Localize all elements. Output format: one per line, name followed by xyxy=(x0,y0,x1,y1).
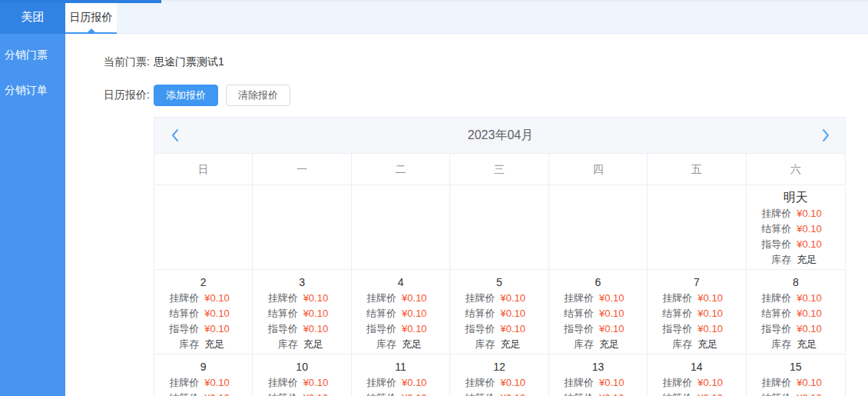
price-line: 结算价¥0.10 xyxy=(747,391,845,396)
calendar-day-cell[interactable]: 4挂牌价¥0.10结算价¥0.10指导价¥0.10库存充足 xyxy=(352,270,450,354)
price-line: 挂牌价¥0.10 xyxy=(253,291,350,306)
price-label: 库存 xyxy=(757,252,791,268)
calendar-day-cell[interactable]: 12挂牌价¥0.10结算价¥0.10指导价¥0.10库存充足 xyxy=(450,354,548,396)
current-ticket-label: 当前门票: xyxy=(104,55,154,69)
calendar-day-cell[interactable]: 14挂牌价¥0.10结算价¥0.10指导价¥0.10库存充足 xyxy=(648,354,746,396)
price-label: 指导价 xyxy=(658,321,692,337)
calendar-day-cell[interactable]: 2挂牌价¥0.10结算价¥0.10指导价¥0.10库存充足 xyxy=(154,270,253,354)
stock-value: 充足 xyxy=(797,252,833,268)
tab-calendar-quote[interactable]: 日历报价 xyxy=(65,2,117,34)
price-value: ¥0.10 xyxy=(303,306,340,321)
price-value: ¥0.10 xyxy=(697,291,734,306)
add-quote-button[interactable]: 添加报价 xyxy=(154,85,218,106)
price-label: 结算价 xyxy=(560,306,594,321)
price-value: ¥0.10 xyxy=(500,306,537,321)
sidebar-item-distribution-tickets[interactable]: 分销门票 xyxy=(0,42,65,69)
weekday-header: 四 xyxy=(549,154,648,185)
price-label: 指导价 xyxy=(461,321,495,337)
calendar-day-cell[interactable]: 6挂牌价¥0.10结算价¥0.10指导价¥0.10库存充足 xyxy=(549,270,648,354)
price-line: 结算价¥0.10 xyxy=(648,306,745,321)
price-line: 指导价¥0.10 xyxy=(747,321,845,337)
price-label: 库存 xyxy=(165,337,199,352)
price-label: 结算价 xyxy=(658,391,692,396)
calendar-day-cell[interactable]: 13挂牌价¥0.10结算价¥0.10指导价¥0.10库存充足 xyxy=(549,354,648,396)
price-label: 结算价 xyxy=(757,391,791,396)
price-value: ¥0.10 xyxy=(204,391,241,396)
prev-month-icon[interactable] xyxy=(167,127,184,144)
price-line: 结算价¥0.10 xyxy=(747,221,845,237)
price-line: 结算价¥0.10 xyxy=(253,391,350,396)
calendar-header: 2023年04月 xyxy=(154,118,845,154)
current-ticket-row: 当前门票: 思途门票测试1 xyxy=(104,55,868,69)
price-label: 挂牌价 xyxy=(264,375,298,391)
price-label: 库存 xyxy=(363,337,396,352)
price-label: 库存 xyxy=(560,337,594,352)
pricing-calendar: 2023年04月 日一二三四五六明天挂牌价¥0.10结算价¥0.10指导价¥0.… xyxy=(154,117,846,396)
sidebar-item-meituan[interactable]: 美团 xyxy=(0,0,65,34)
price-line: 挂牌价¥0.10 xyxy=(352,375,449,391)
calendar-day-cell[interactable]: 7挂牌价¥0.10结算价¥0.10指导价¥0.10库存充足 xyxy=(648,270,746,354)
price-label: 库存 xyxy=(461,337,495,352)
stock-line: 库存充足 xyxy=(747,337,845,352)
price-line: 挂牌价¥0.10 xyxy=(747,375,845,391)
day-number: 10 xyxy=(253,358,350,375)
day-number: 6 xyxy=(549,274,647,291)
active-tab-caret-icon xyxy=(88,28,95,32)
sidebar-item-label: 分销门票 xyxy=(5,48,48,62)
calendar-day-cell[interactable]: 明天挂牌价¥0.10结算价¥0.10指导价¥0.10库存充足 xyxy=(747,185,845,270)
price-value: ¥0.10 xyxy=(500,291,537,306)
price-label: 库存 xyxy=(658,337,692,352)
calendar-day-cell[interactable]: 11挂牌价¥0.10结算价¥0.10指导价¥0.10库存充足 xyxy=(352,354,450,396)
price-value: ¥0.10 xyxy=(599,321,636,337)
stock-value: 充足 xyxy=(402,337,439,352)
calendar-day-cell xyxy=(450,185,548,270)
price-line: 挂牌价¥0.10 xyxy=(450,291,548,306)
price-value: ¥0.10 xyxy=(797,237,833,252)
calendar-day-cell[interactable]: 5挂牌价¥0.10结算价¥0.10指导价¥0.10库存充足 xyxy=(450,270,548,354)
price-label: 挂牌价 xyxy=(560,291,594,306)
price-label: 挂牌价 xyxy=(165,375,199,391)
price-label: 挂牌价 xyxy=(264,291,298,306)
active-tab-underline xyxy=(65,32,117,34)
price-label: 挂牌价 xyxy=(461,375,495,391)
price-line: 结算价¥0.10 xyxy=(648,391,745,396)
price-value: ¥0.10 xyxy=(797,206,833,221)
weekday-header: 一 xyxy=(253,154,351,185)
price-value: ¥0.10 xyxy=(402,391,439,396)
price-value: ¥0.10 xyxy=(797,291,833,306)
price-label: 指导价 xyxy=(560,321,594,337)
price-label: 结算价 xyxy=(165,391,199,396)
price-value: ¥0.10 xyxy=(204,321,241,337)
price-label: 挂牌价 xyxy=(658,375,692,391)
price-label: 挂牌价 xyxy=(658,291,692,306)
clear-quote-button[interactable]: 清除报价 xyxy=(226,85,290,106)
price-label: 挂牌价 xyxy=(363,291,396,306)
calendar-day-cell[interactable]: 15挂牌价¥0.10结算价¥0.10指导价¥0.10库存充足 xyxy=(747,354,845,396)
calendar-day-cell[interactable]: 3挂牌价¥0.10结算价¥0.10指导价¥0.10库存充足 xyxy=(253,270,351,354)
price-value: ¥0.10 xyxy=(303,391,340,396)
stock-value: 充足 xyxy=(599,337,636,352)
price-value: ¥0.10 xyxy=(697,391,734,396)
month-title: 2023年04月 xyxy=(184,128,817,144)
calendar-day-cell[interactable]: 8挂牌价¥0.10结算价¥0.10指导价¥0.10库存充足 xyxy=(747,270,845,354)
price-line: 挂牌价¥0.10 xyxy=(747,206,845,221)
price-label: 结算价 xyxy=(658,306,692,321)
calendar-day-cell[interactable]: 10挂牌价¥0.10结算价¥0.10指导价¥0.10库存充足 xyxy=(253,354,351,396)
price-line: 挂牌价¥0.10 xyxy=(352,291,449,306)
price-value: ¥0.10 xyxy=(697,375,734,391)
next-month-icon[interactable] xyxy=(817,127,834,144)
price-value: ¥0.10 xyxy=(797,391,833,396)
stock-line: 库存充足 xyxy=(253,337,350,352)
price-label: 挂牌价 xyxy=(560,375,594,391)
price-label: 结算价 xyxy=(363,306,396,321)
weekday-header: 日 xyxy=(154,154,253,185)
price-value: ¥0.10 xyxy=(204,375,241,391)
price-line: 挂牌价¥0.10 xyxy=(549,291,647,306)
price-value: ¥0.10 xyxy=(797,221,833,237)
loading-progress-bar xyxy=(0,0,161,3)
sidebar-item-distribution-orders[interactable]: 分销订单 xyxy=(0,77,65,105)
calendar-day-cell[interactable]: 9挂牌价¥0.10结算价¥0.10指导价¥0.10库存充足 xyxy=(154,354,253,396)
price-label: 结算价 xyxy=(560,391,594,396)
price-label: 结算价 xyxy=(461,391,495,396)
stock-line: 库存充足 xyxy=(450,337,548,352)
